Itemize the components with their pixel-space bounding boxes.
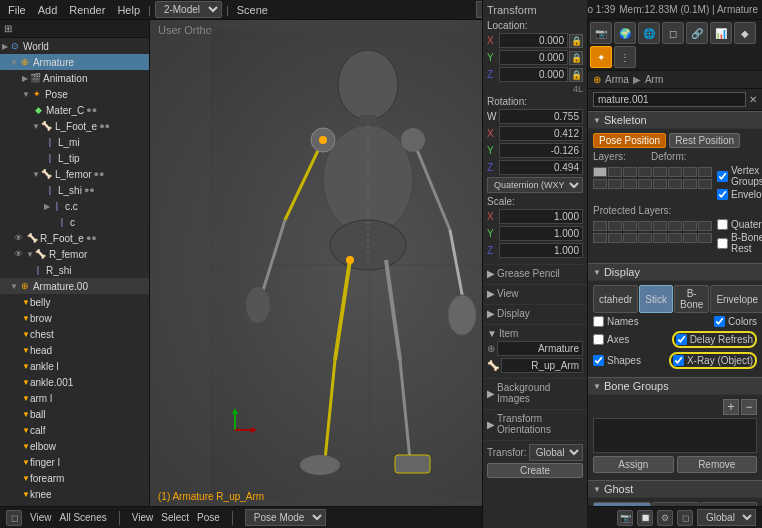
- bottom-select[interactable]: Select: [161, 512, 189, 523]
- outliner-item-cc[interactable]: ▶ | c.c: [0, 198, 149, 214]
- rotation-z[interactable]: 0.494: [499, 160, 583, 175]
- prot-12[interactable]: [638, 233, 652, 243]
- envelopes-checkbox[interactable]: [717, 189, 728, 200]
- tab-ctahedr[interactable]: ctahedr: [593, 285, 638, 313]
- rotation-y[interactable]: -0.126: [499, 143, 583, 158]
- bottom-view-btn[interactable]: View: [30, 512, 52, 523]
- prop-icon-render[interactable]: 📷: [590, 22, 612, 44]
- outliner-item-armature[interactable]: ▼ ⊕ Armature: [0, 54, 149, 70]
- armature-name-input[interactable]: mature.001: [593, 92, 746, 107]
- scale-x[interactable]: 1.000: [499, 209, 583, 224]
- layer-1[interactable]: [593, 167, 607, 177]
- location-z-lock[interactable]: 🔒: [569, 68, 583, 82]
- delay-refresh-checkbox[interactable]: [676, 334, 687, 345]
- prop-icon-data[interactable]: 📊: [710, 22, 732, 44]
- tab-stick[interactable]: Stick: [639, 285, 673, 313]
- location-x[interactable]: 0.000: [499, 33, 568, 48]
- outliner-item-belly[interactable]: ▼ belly: [0, 294, 149, 310]
- outliner-item-rfemor[interactable]: 👁 ▼ 🦴 R_femor: [0, 246, 149, 262]
- layer-13[interactable]: [653, 179, 667, 189]
- outliner-item-chest[interactable]: ▼ chest: [0, 326, 149, 342]
- global-bottom-selector[interactable]: Global: [697, 509, 756, 526]
- bottom-icon-3[interactable]: ⚙: [657, 510, 673, 526]
- outliner-item-armature00[interactable]: ▼ ⊕ Armature.00: [0, 278, 149, 294]
- outliner-item-elbow[interactable]: ▼ elbow: [0, 438, 149, 454]
- outliner-item-ball[interactable]: ▼ ball: [0, 406, 149, 422]
- prot-10[interactable]: [608, 233, 622, 243]
- prot-15[interactable]: [683, 233, 697, 243]
- view-title[interactable]: ▶ View: [487, 288, 583, 299]
- prop-icon-arm-active[interactable]: ✦: [590, 46, 612, 68]
- bottom-view2[interactable]: View: [132, 512, 154, 523]
- outliner-item-finger[interactable]: ▼ finger l: [0, 454, 149, 470]
- layer-9[interactable]: [593, 179, 607, 189]
- display-header[interactable]: ▼ Display: [588, 263, 762, 281]
- outliner-item-ltip[interactable]: | L_tip: [0, 150, 149, 166]
- outliner-item-forearm[interactable]: ▼ forearm: [0, 470, 149, 486]
- mode-selector[interactable]: 2-Model: [155, 1, 222, 18]
- prot-3[interactable]: [623, 221, 637, 231]
- prot-6[interactable]: [668, 221, 682, 231]
- layer-10[interactable]: [608, 179, 622, 189]
- outliner-item-lmi[interactable]: | L_mi: [0, 134, 149, 150]
- display-title[interactable]: ▶ Display: [487, 308, 583, 319]
- pose-position-btn[interactable]: Pose Position: [593, 133, 666, 148]
- outliner-item-mater[interactable]: ◆ Mater_C ●●: [0, 102, 149, 118]
- ghost-tab-inrange[interactable]: In Range: [652, 502, 699, 506]
- layer-2[interactable]: [608, 167, 622, 177]
- bottom-icon-4[interactable]: ◻: [677, 510, 693, 526]
- bottom-icon-1[interactable]: 📷: [617, 510, 633, 526]
- bbones-checkbox[interactable]: [717, 238, 728, 249]
- outliner-item-head[interactable]: ▼ head: [0, 342, 149, 358]
- prot-16[interactable]: [698, 233, 712, 243]
- outliner-item-ankle[interactable]: ▼ ankle l: [0, 358, 149, 374]
- prot-7[interactable]: [683, 221, 697, 231]
- prot-8[interactable]: [698, 221, 712, 231]
- outliner-item-lfemor[interactable]: ▼ 🦴 L_femor ●●: [0, 166, 149, 182]
- outliner-item-lfoot[interactable]: ▼ 🦴 L_Foot_e ●●: [0, 118, 149, 134]
- remove-bone-group-btn[interactable]: −: [741, 399, 757, 415]
- quaternion-selector[interactable]: Quaternion (WXYZ): [487, 177, 583, 193]
- outliner-item-ankle001[interactable]: ▼ ankle.001: [0, 374, 149, 390]
- layer-7[interactable]: [683, 167, 697, 177]
- menu-help[interactable]: Help: [113, 4, 144, 16]
- ghost-tab-nkeyframe[interactable]: n Keyframe: [700, 502, 757, 506]
- layer-14[interactable]: [668, 179, 682, 189]
- prot-9[interactable]: [593, 233, 607, 243]
- prot-2[interactable]: [608, 221, 622, 231]
- layer-12[interactable]: [638, 179, 652, 189]
- add-bone-group-btn[interactable]: +: [723, 399, 739, 415]
- remove-btn[interactable]: Remove: [677, 456, 758, 473]
- location-z[interactable]: 0.000: [499, 67, 568, 82]
- prot-4[interactable]: [638, 221, 652, 231]
- transform-orient-title[interactable]: ▶ Transform Orientations: [487, 413, 583, 435]
- outliner-item-calf[interactable]: ▼ calf: [0, 422, 149, 438]
- outliner-item-brow[interactable]: ▼ brow: [0, 310, 149, 326]
- outliner-item-knee[interactable]: ▼ knee: [0, 486, 149, 502]
- bottom-icon-2[interactable]: 🔲: [637, 510, 653, 526]
- item-sub[interactable]: R_up_Arm: [501, 358, 583, 373]
- scale-y[interactable]: 1.000: [499, 226, 583, 241]
- prop-icon-object[interactable]: ◻: [662, 22, 684, 44]
- menu-file[interactable]: File: [4, 4, 30, 16]
- item-name[interactable]: Armature: [497, 341, 583, 356]
- outliner-item-animation[interactable]: ▶ 🎬 Animation: [0, 70, 149, 86]
- prop-icon-scene[interactable]: 🌍: [614, 22, 636, 44]
- assign-btn[interactable]: Assign: [593, 456, 674, 473]
- outliner-item-pose[interactable]: ▼ ✦ Pose: [0, 86, 149, 102]
- bone-groups-header[interactable]: ▼ Bone Groups: [588, 377, 762, 395]
- layer-6[interactable]: [668, 167, 682, 177]
- prot-1[interactable]: [593, 221, 607, 231]
- rest-position-btn[interactable]: Rest Position: [669, 133, 740, 148]
- layer-3[interactable]: [623, 167, 637, 177]
- layer-15[interactable]: [683, 179, 697, 189]
- axes-checkbox[interactable]: [593, 334, 604, 345]
- prop-icon-material[interactable]: ◆: [734, 22, 756, 44]
- location-y-lock[interactable]: 🔒: [569, 51, 583, 65]
- prop-icon-particles[interactable]: ⋮: [614, 46, 636, 68]
- prot-14[interactable]: [668, 233, 682, 243]
- scene-label[interactable]: Scene: [233, 4, 272, 16]
- layer-16[interactable]: [698, 179, 712, 189]
- layer-4[interactable]: [638, 167, 652, 177]
- menu-add[interactable]: Add: [34, 4, 62, 16]
